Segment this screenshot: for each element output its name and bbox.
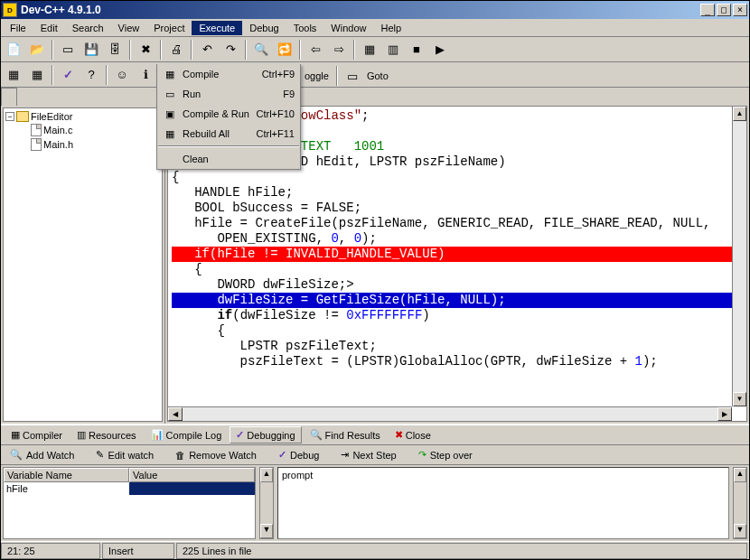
goto-label[interactable]: Goto — [365, 70, 392, 81]
scroll-down-icon[interactable]: ▼ — [734, 524, 746, 538]
scroll-left-icon[interactable]: ◀ — [168, 407, 183, 421]
saveall-icon[interactable]: 🗄 — [104, 40, 126, 60]
next-step-button[interactable]: ⇥Next Step — [335, 447, 401, 462]
step-over-button[interactable]: ↷Step over — [413, 447, 478, 462]
editor-hscrollbar[interactable]: ◀ ▶ — [168, 406, 732, 421]
run2-icon[interactable]: ▦ — [359, 40, 380, 60]
scroll-right-icon[interactable]: ▶ — [717, 407, 732, 421]
debug-button[interactable]: ✓Debug — [273, 447, 324, 462]
open-icon[interactable]: 📂 — [26, 40, 48, 60]
undo-icon[interactable]: ↶ — [196, 40, 218, 60]
info-icon[interactable]: ℹ — [135, 65, 156, 85]
close-doc-icon[interactable]: ✖ — [135, 40, 156, 60]
grid2-icon[interactable]: ▦ — [26, 65, 48, 85]
menu-execute[interactable]: Execute — [192, 21, 242, 35]
tab-compiler[interactable]: ▦Compiler — [5, 426, 69, 443]
app-icon: D — [3, 3, 17, 17]
redo-icon[interactable]: ↷ — [220, 40, 241, 60]
grid1-icon[interactable]: ▦ — [3, 65, 24, 85]
menu-view[interactable]: View — [111, 21, 147, 35]
prompt-box[interactable]: prompt — [277, 467, 729, 539]
code-line: if(hFile != INVALID_HANDLE_VALUE) — [172, 247, 743, 262]
code-line: BOOL bSuccess = FALSE; — [172, 201, 743, 216]
sidebar-tab[interactable] — [1, 88, 17, 106]
tab-compile-log[interactable]: 📊Compile Log — [145, 426, 229, 443]
statusbar: 21: 25 Insert 225 Lines in file — [1, 541, 749, 559]
face-icon[interactable]: ☺ — [111, 65, 133, 85]
tab-resources[interactable]: ▥Resources — [70, 426, 143, 443]
tree-file[interactable]: Main.c — [5, 123, 160, 137]
tool-icon[interactable]: ▥ — [382, 40, 404, 60]
code-line: pszFileText = (LPSTR)GlobalAlloc(GPTR, d… — [172, 354, 743, 369]
menu-item-clean[interactable]: Clean — [157, 149, 300, 169]
remove-watch-button[interactable]: 🗑Remove Watch — [170, 448, 262, 462]
menu-edit[interactable]: Edit — [33, 21, 65, 35]
prompt-scrollbar[interactable]: ▲ ▼ — [733, 467, 747, 539]
tab-debugging[interactable]: ✓Debugging — [230, 426, 301, 443]
menu-file[interactable]: File — [3, 21, 33, 35]
menu-window[interactable]: Window — [323, 21, 373, 35]
bottom-tabs: ▦Compiler ▥Resources 📊Compile Log ✓Debug… — [1, 425, 749, 445]
new-icon[interactable]: 📄 — [3, 40, 24, 60]
tree-file[interactable]: Main.h — [5, 137, 160, 152]
print-icon[interactable]: 🖨 — [165, 40, 187, 60]
doc-icon[interactable]: ▭ — [57, 40, 79, 60]
compile-run-icon: ▣ — [163, 107, 177, 121]
menu-item-compile-run[interactable]: ▣ Compile & Run Ctrl+F10 — [157, 104, 300, 124]
stop-icon[interactable]: ■ — [406, 40, 427, 60]
collapse-icon[interactable]: − — [5, 112, 14, 121]
watch-var-value — [129, 482, 255, 495]
log-icon: 📊 — [151, 429, 164, 441]
tree-file-label: Main.h — [43, 139, 73, 150]
menu-project[interactable]: Project — [146, 21, 192, 35]
scroll-up-icon[interactable]: ▲ — [734, 468, 746, 482]
tree-root[interactable]: − FileEditor — [5, 110, 160, 123]
tab-find-results[interactable]: 🔍Find Results — [304, 426, 387, 443]
scroll-up-icon[interactable]: ▲ — [733, 107, 746, 121]
menu-item-run[interactable]: ▭ Run F9 — [157, 84, 300, 104]
find-icon[interactable]: 🔍 — [250, 40, 272, 60]
maximize-button[interactable]: □ — [717, 4, 731, 16]
watch-header-name[interactable]: Variable Name — [4, 468, 129, 482]
watch-scrollbar[interactable]: ▲ ▼ — [259, 467, 274, 539]
watch-row[interactable]: hFile — [4, 482, 255, 495]
minimize-button[interactable]: _ — [700, 4, 715, 16]
step-over-icon: ↷ — [418, 449, 427, 461]
menu-shortcut: Ctrl+F9 — [262, 69, 295, 79]
add-watch-button[interactable]: 🔍Add Watch — [5, 447, 80, 462]
scroll-up-icon[interactable]: ▲ — [260, 468, 273, 482]
menu-search[interactable]: Search — [65, 21, 111, 35]
back-icon[interactable]: ⇦ — [305, 40, 326, 60]
tool-label: Next Step — [352, 450, 396, 461]
play-icon[interactable]: ▶ — [429, 40, 451, 60]
scroll-down-icon[interactable]: ▼ — [260, 524, 273, 538]
watch-header-value[interactable]: Value — [129, 468, 255, 482]
close-button[interactable]: × — [733, 4, 747, 16]
sidebar: − FileEditor Main.c Main.h — [1, 88, 165, 424]
menu-debug[interactable]: Debug — [242, 21, 286, 35]
window-title: Dev-C++ 4.9.1.0 — [21, 4, 700, 16]
menu-help[interactable]: Help — [373, 21, 408, 35]
toggle-label-partial[interactable]: oggle — [303, 70, 333, 81]
tab-label: Close — [406, 430, 431, 441]
edit-watch-button[interactable]: ✎Edit watch — [90, 447, 159, 462]
execute-dropdown: ▦ Compile Ctrl+F9 ▭ Run F9 ▣ Compile & R… — [156, 64, 301, 170]
menu-shortcut: Ctrl+F11 — [257, 128, 295, 139]
menu-item-rebuild[interactable]: ▦ Rebuild All Ctrl+F11 — [157, 124, 300, 144]
save-icon[interactable]: 💾 — [80, 40, 102, 60]
goto-icon[interactable]: ▭ — [342, 66, 363, 86]
help-icon[interactable]: ? — [80, 65, 102, 85]
code-line: DWORD dwFileSize;> — [172, 277, 743, 293]
menu-item-compile[interactable]: ▦ Compile Ctrl+F9 — [157, 64, 300, 84]
editor-vscrollbar[interactable]: ▲ ▼ — [732, 107, 746, 406]
tab-close[interactable]: ✖Close — [389, 426, 437, 443]
scroll-down-icon[interactable]: ▼ — [733, 392, 746, 406]
check-icon[interactable]: ✓ — [57, 65, 79, 85]
project-tree[interactable]: − FileEditor Main.c Main.h — [3, 107, 163, 422]
watch-table[interactable]: Variable Name Value hFile — [3, 467, 256, 539]
forward-icon[interactable]: ⇨ — [328, 40, 350, 60]
code-line: dwFileSize = GetFileSize(hFile, NULL); — [172, 293, 743, 308]
toolbar-secondary: ▦ ▦ ✓ ? ☺ ℹ ▦ Compile Ctrl+F9 ▭ Run F9 — [1, 62, 749, 88]
replace-icon[interactable]: 🔁 — [274, 40, 295, 60]
menu-tools[interactable]: Tools — [286, 21, 324, 35]
